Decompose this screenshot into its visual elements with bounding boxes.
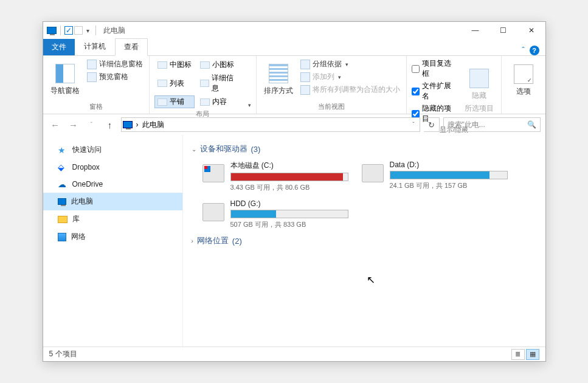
layout-content[interactable]: 内容 <box>197 95 244 108</box>
details-pane-icon <box>87 60 97 69</box>
layout-icon <box>200 80 210 87</box>
hide-icon <box>469 69 489 88</box>
dropbox-icon: ⬙ <box>58 162 67 172</box>
minimize-ribbon-button[interactable]: ˆ <box>522 46 525 55</box>
drive-item[interactable]: 本地磁盘 (C:)3.43 GB 可用，共 80.6 GB <box>201 158 350 195</box>
qat-properties-button[interactable]: ✓ <box>64 26 73 35</box>
capacity-bar-fill <box>390 171 489 179</box>
ribbon-group-current-view: 排序方式 分组依据▾ 添加列▾ 将所有列调整为合适的大小 当前视图 <box>257 56 407 114</box>
refresh-button[interactable]: ↻ <box>424 117 440 132</box>
add-columns-button[interactable]: 添加列▾ <box>299 71 401 83</box>
qat-customize-dropdown[interactable]: ▾ <box>84 27 92 34</box>
layout-more-button[interactable]: ▾ <box>248 102 251 108</box>
capacity-bar-fill <box>231 210 277 218</box>
computer-tab[interactable]: 计算机 <box>75 38 115 55</box>
layout-tiles[interactable]: 平铺 <box>154 95 195 108</box>
cloud-icon: ☁ <box>58 179 67 189</box>
help-button[interactable]: ? <box>530 46 539 55</box>
group-label: 窗格 <box>48 101 144 112</box>
quick-access-toolbar: ✓ ▾ <box>47 26 99 35</box>
drive-item[interactable]: Data (D:)24.1 GB 可用，共 157 GB <box>361 158 509 195</box>
preview-pane-button[interactable]: 预览窗格 <box>86 71 144 83</box>
layout-icon <box>157 80 167 87</box>
view-mode-toggles: ≣ ▦ <box>511 349 539 360</box>
qat-button[interactable] <box>74 26 83 35</box>
details-pane-button[interactable]: 详细信息窗格 <box>86 58 144 70</box>
drive-name: 本地磁盘 (C:) <box>230 160 348 171</box>
close-button[interactable]: ✕ <box>517 22 545 39</box>
layout-medium-icons[interactable]: 中图标 <box>154 58 195 71</box>
address-bar[interactable]: › 此电脑 ˇ <box>121 117 420 132</box>
search-box[interactable]: 搜索"此电... 🔍 <box>443 117 541 132</box>
minimize-button[interactable]: — <box>462 22 489 39</box>
chevron-down-icon: ▾ <box>345 61 348 67</box>
sidebar-item-libraries[interactable]: 库 <box>43 210 182 228</box>
drive-icon <box>202 164 224 182</box>
autosize-columns-button[interactable]: 将所有列调整为合适的大小 <box>299 84 401 95</box>
window-title: 此电脑 <box>103 26 125 36</box>
address-separator[interactable]: › <box>136 120 139 129</box>
section-network-header[interactable]: › 网络位置 (2) <box>190 232 538 250</box>
mouse-cursor: ↖ <box>367 274 375 286</box>
checkbox[interactable] <box>412 88 420 95</box>
ribbon-group-panes: 导航窗格 详细信息窗格 预览窗格 窗格 <box>43 56 150 114</box>
navigation-pane-button[interactable]: 导航窗格 <box>48 58 82 101</box>
explorer-window: ✓ ▾ 此电脑 — ☐ ✕ 文件 计算机 查看 ˆ ? 导航窗格 <box>43 21 546 362</box>
layout-small-icons[interactable]: 小图标 <box>197 58 244 71</box>
window-controls: — ☐ ✕ <box>462 22 545 39</box>
options-icon: ✓ <box>514 64 533 84</box>
tiles-view-button[interactable]: ▦ <box>526 349 539 360</box>
group-by-button[interactable]: 分组依据▾ <box>299 58 401 70</box>
sidebar-item-this-pc[interactable]: 此电脑 <box>43 193 182 210</box>
search-icon: 🔍 <box>527 120 536 129</box>
drive-stat: 507 GB 可用，共 833 GB <box>230 220 348 229</box>
capacity-bar <box>230 173 348 181</box>
sort-by-icon <box>269 64 288 83</box>
up-button[interactable]: ↑ <box>103 117 117 132</box>
sidebar-item-dropbox[interactable]: ⬙Dropbox <box>43 159 182 176</box>
layout-icon <box>157 98 167 106</box>
add-columns-icon <box>300 72 310 82</box>
view-tab[interactable]: 查看 <box>115 38 148 56</box>
ribbon-group-show-hide: 项目复选框 文件扩展名 隐藏的项目 隐藏 所选项目 显示/隐藏 <box>407 56 501 114</box>
sort-by-button[interactable]: 排序方式 <box>261 58 296 101</box>
ribbon-group-layout: 中图标 小图标 列表 详细信息 平铺 内容 ▾ 布局 <box>150 56 257 114</box>
content-area[interactable]: ⌄ 设备和驱动器 (3) 本地磁盘 (C:)3.43 GB 可用，共 80.6 … <box>183 135 545 347</box>
network-icon <box>58 233 66 241</box>
title-bar: ✓ ▾ 此电脑 — ☐ ✕ <box>43 22 545 39</box>
sidebar-item-network[interactable]: 网络 <box>43 228 182 246</box>
address-dropdown-button[interactable]: ˇ <box>412 122 418 128</box>
computer-icon <box>123 121 133 128</box>
chevron-right-icon: › <box>192 238 193 244</box>
drive-info: HDD (G:)507 GB 可用，共 833 GB <box>230 199 348 229</box>
file-tab[interactable]: 文件 <box>43 39 75 55</box>
capacity-bar-fill <box>231 173 343 181</box>
computer-icon <box>58 198 66 205</box>
status-bar: 5 个项目 ≣ ▦ <box>43 347 545 361</box>
item-checkboxes-toggle[interactable]: 项目复选框 <box>412 58 458 79</box>
navigation-bar: ← → ˇ ↑ › 此电脑 ˇ ↻ 搜索"此电... 🔍 <box>43 114 545 135</box>
computer-icon <box>47 27 57 34</box>
navigation-pane-icon <box>55 64 75 83</box>
layout-list[interactable]: 列表 <box>154 72 195 95</box>
address-segment[interactable]: 此电脑 <box>142 120 164 130</box>
options-button[interactable]: ✓ 选项 <box>507 58 541 103</box>
separator <box>95 26 96 35</box>
sidebar-item-onedrive[interactable]: ☁OneDrive <box>43 176 182 193</box>
capacity-bar <box>390 171 508 179</box>
star-icon: ★ <box>58 145 67 155</box>
drive-item[interactable]: HDD (G:)507 GB 可用，共 833 GB <box>201 197 350 232</box>
layout-details[interactable]: 详细信息 <box>197 72 244 95</box>
back-button[interactable]: ← <box>48 117 63 132</box>
recent-locations-button[interactable]: ˇ <box>85 117 99 132</box>
forward-button[interactable]: → <box>66 117 81 132</box>
details-view-button[interactable]: ≣ <box>511 349 525 360</box>
file-extensions-toggle[interactable]: 文件扩展名 <box>412 81 458 102</box>
section-devices-header[interactable]: ⌄ 设备和驱动器 (3) <box>190 140 538 158</box>
drive-name: Data (D:) <box>390 160 508 169</box>
sidebar-item-quick-access[interactable]: ★快速访问 <box>43 141 182 159</box>
maximize-button[interactable]: ☐ <box>489 22 517 39</box>
preview-pane-icon <box>87 72 97 82</box>
checkbox[interactable] <box>412 65 420 73</box>
drive-name: HDD (G:) <box>230 199 348 208</box>
